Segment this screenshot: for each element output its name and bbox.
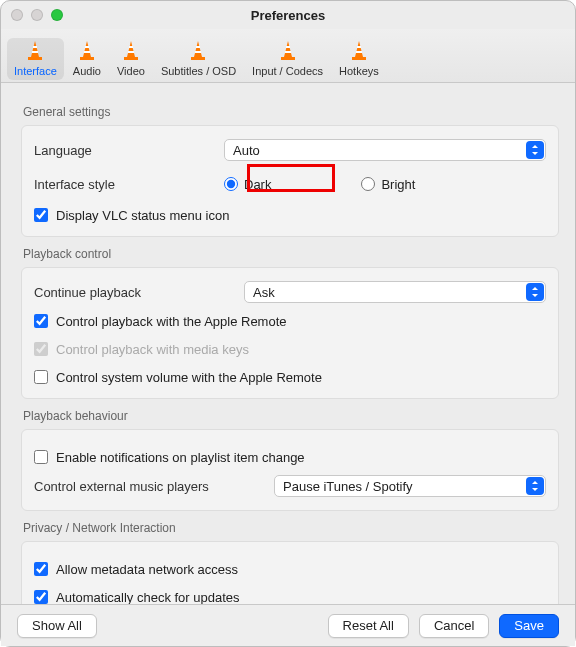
checkbox-apple-remote[interactable] — [34, 314, 48, 328]
vlc-cone-icon — [276, 39, 300, 63]
continue-playback-value: Ask — [253, 285, 275, 300]
label-language: Language — [34, 143, 224, 158]
reset-all-button[interactable]: Reset All — [328, 614, 409, 638]
svg-marker-12 — [194, 41, 202, 57]
svg-marker-20 — [355, 41, 363, 57]
label-system-volume: Control system volume with the Apple Rem… — [56, 370, 322, 385]
window-title: Preferences — [251, 8, 325, 23]
label-interface-style: Interface style — [34, 177, 224, 192]
vlc-cone-icon — [186, 39, 210, 63]
svg-marker-4 — [83, 41, 91, 57]
section-title-playback-control: Playback control — [23, 247, 559, 261]
radio-bright-input[interactable] — [361, 177, 375, 191]
tab-label: Subtitles / OSD — [161, 65, 236, 77]
svg-marker-16 — [284, 41, 292, 57]
svg-marker-26 — [532, 287, 538, 290]
tab-label: Input / Codecs — [252, 65, 323, 77]
vlc-cone-icon — [23, 39, 47, 63]
svg-rect-1 — [33, 46, 37, 48]
vlc-cone-icon — [75, 39, 99, 63]
traffic-lights — [11, 9, 63, 21]
checkbox-notifications[interactable] — [34, 450, 48, 464]
zoom-window-button[interactable] — [51, 9, 63, 21]
external-players-select[interactable]: Pause iTunes / Spotify — [274, 475, 546, 497]
radio-dark-input[interactable] — [224, 177, 238, 191]
svg-marker-0 — [31, 41, 39, 57]
svg-marker-28 — [532, 481, 538, 484]
svg-rect-3 — [28, 57, 42, 60]
svg-rect-5 — [85, 46, 89, 48]
svg-rect-15 — [191, 57, 205, 60]
vlc-cone-icon — [119, 39, 143, 63]
cancel-button[interactable]: Cancel — [419, 614, 489, 638]
radio-bright-label: Bright — [381, 177, 415, 192]
vlc-cone-icon — [347, 39, 371, 63]
tab-label: Interface — [14, 65, 57, 77]
svg-rect-21 — [357, 46, 361, 48]
group-privacy: Allow metadata network access Automatica… — [21, 541, 559, 604]
svg-rect-9 — [129, 46, 133, 48]
tab-label: Video — [117, 65, 145, 77]
select-arrows-icon — [526, 283, 544, 301]
continue-playback-select[interactable]: Ask — [244, 281, 546, 303]
svg-rect-22 — [356, 51, 362, 53]
tab-hotkeys[interactable]: Hotkeys — [332, 38, 386, 80]
svg-rect-18 — [285, 51, 291, 53]
label-apple-remote: Control playback with the Apple Remote — [56, 314, 287, 329]
svg-marker-27 — [532, 294, 538, 297]
label-notifications: Enable notifications on playlist item ch… — [56, 450, 305, 465]
group-playback-control: Continue playback Ask Control playback w… — [21, 267, 559, 399]
label-updates: Automatically check for updates — [56, 590, 240, 605]
svg-rect-2 — [32, 51, 38, 53]
radio-dark-label: Dark — [244, 177, 271, 192]
language-select[interactable]: Auto — [224, 139, 546, 161]
interface-style-radios: Dark Bright — [224, 177, 546, 192]
tab-label: Hotkeys — [339, 65, 379, 77]
close-window-button[interactable] — [11, 9, 23, 21]
svg-rect-13 — [196, 46, 200, 48]
label-media-keys: Control playback with media keys — [56, 342, 249, 357]
checkbox-media-keys — [34, 342, 48, 356]
tab-video[interactable]: Video — [110, 38, 152, 80]
section-title-general: General settings — [23, 105, 559, 119]
svg-rect-19 — [281, 57, 295, 60]
minimize-window-button[interactable] — [31, 9, 43, 21]
checkbox-updates[interactable] — [34, 590, 48, 604]
svg-rect-7 — [80, 57, 94, 60]
svg-marker-24 — [532, 145, 538, 148]
label-display-status-menu: Display VLC status menu icon — [56, 208, 229, 223]
tab-label: Audio — [73, 65, 101, 77]
label-continue-playback: Continue playback — [34, 285, 244, 300]
svg-marker-25 — [532, 152, 538, 155]
footer-bar: Show All Reset All Cancel Save — [1, 604, 575, 646]
tab-interface[interactable]: Interface — [7, 38, 64, 80]
svg-marker-8 — [127, 41, 135, 57]
svg-rect-23 — [352, 57, 366, 60]
radio-dark[interactable]: Dark — [224, 177, 271, 192]
group-playback-behaviour: Enable notifications on playlist item ch… — [21, 429, 559, 511]
tab-audio[interactable]: Audio — [66, 38, 108, 80]
checkbox-display-status-menu[interactable] — [34, 208, 48, 222]
svg-rect-6 — [84, 51, 90, 53]
preferences-window: Preferences Interface Audio Video Subtit… — [0, 0, 576, 647]
svg-marker-29 — [532, 488, 538, 491]
tab-subtitles-osd[interactable]: Subtitles / OSD — [154, 38, 243, 80]
preferences-toolbar: Interface Audio Video Subtitles / OSD In… — [1, 29, 575, 83]
svg-rect-14 — [195, 51, 201, 53]
tab-input-codecs[interactable]: Input / Codecs — [245, 38, 330, 80]
show-all-button[interactable]: Show All — [17, 614, 97, 638]
label-metadata: Allow metadata network access — [56, 562, 238, 577]
titlebar: Preferences — [1, 1, 575, 29]
checkbox-system-volume[interactable] — [34, 370, 48, 384]
select-arrows-icon — [526, 477, 544, 495]
section-title-privacy: Privacy / Network Interaction — [23, 521, 559, 535]
content-area: General settings Language Auto Interface… — [1, 83, 575, 604]
radio-bright[interactable]: Bright — [361, 177, 415, 192]
save-button[interactable]: Save — [499, 614, 559, 638]
section-title-playback-behaviour: Playback behaviour — [23, 409, 559, 423]
label-external-players: Control external music players — [34, 479, 274, 494]
svg-rect-11 — [124, 57, 138, 60]
svg-rect-10 — [128, 51, 134, 53]
svg-rect-17 — [286, 46, 290, 48]
checkbox-metadata[interactable] — [34, 562, 48, 576]
